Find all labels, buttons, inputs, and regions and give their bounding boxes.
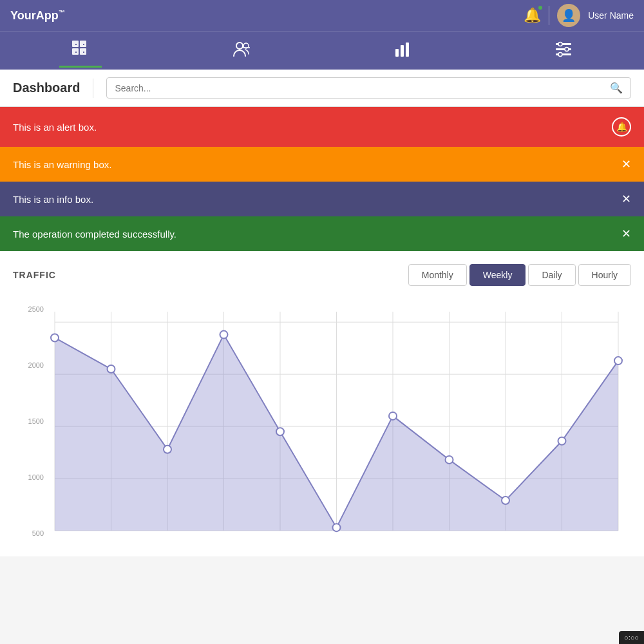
top-bar: YourApp™ 🔔 👤 User Name bbox=[0, 0, 644, 31]
dashboard-icon bbox=[71, 39, 90, 62]
nav-item-users[interactable] bbox=[206, 35, 277, 67]
settings-icon bbox=[554, 40, 573, 62]
alert-orange-text: This is an warning box. bbox=[13, 159, 111, 170]
traffic-header: TRAFFIC Monthly Weekly Daily Hourly bbox=[13, 264, 631, 286]
svg-rect-11 bbox=[395, 49, 399, 57]
y-label-2500: 2500 bbox=[13, 305, 44, 313]
user-name-label: User Name bbox=[588, 10, 634, 21]
tab-daily[interactable]: Daily bbox=[528, 264, 575, 286]
users-icon bbox=[232, 40, 251, 62]
alert-orange-box: This is an warning box. ✕ bbox=[0, 147, 644, 182]
alert-green-close[interactable]: ✕ bbox=[621, 227, 631, 241]
svg-point-8 bbox=[236, 43, 243, 49]
bottom-bar: ○:○○ bbox=[619, 631, 644, 644]
svg-rect-12 bbox=[401, 45, 404, 57]
svg-rect-3 bbox=[80, 48, 86, 55]
svg-point-44 bbox=[502, 497, 509, 504]
svg-point-40 bbox=[276, 428, 284, 435]
svg-rect-2 bbox=[72, 48, 79, 55]
svg-point-46 bbox=[614, 357, 622, 365]
app-title: YourApp™ bbox=[10, 9, 65, 23]
search-container: 🔍 bbox=[106, 77, 631, 99]
app-title-text: YourApp bbox=[10, 9, 59, 22]
tab-monthly[interactable]: Monthly bbox=[408, 264, 467, 286]
svg-rect-5 bbox=[83, 44, 84, 45]
svg-point-19 bbox=[558, 52, 562, 56]
y-label-2000: 2000 bbox=[13, 361, 44, 369]
alert-red-box: This is an alert box. 🔔 bbox=[0, 107, 644, 147]
svg-point-18 bbox=[565, 47, 569, 51]
notification-badge bbox=[537, 5, 544, 11]
tab-weekly[interactable]: Weekly bbox=[469, 264, 526, 286]
sub-header-divider bbox=[93, 79, 93, 98]
svg-rect-1 bbox=[80, 41, 86, 47]
alert-red-text: This is an alert box. bbox=[13, 122, 97, 133]
search-icon[interactable]: 🔍 bbox=[610, 82, 623, 94]
chart-container: 2500 2000 1500 1000 500 bbox=[13, 299, 631, 544]
svg-rect-6 bbox=[75, 52, 77, 53]
traffic-tabs: Monthly Weekly Daily Hourly bbox=[408, 264, 631, 286]
y-label-1500: 1500 bbox=[13, 417, 44, 425]
svg-rect-13 bbox=[406, 43, 409, 57]
svg-point-37 bbox=[108, 365, 115, 373]
notification-bell[interactable]: 🔔 bbox=[524, 7, 541, 24]
icon-nav bbox=[0, 31, 644, 70]
svg-point-17 bbox=[558, 42, 562, 46]
alert-green-text: The operation completed successfully. bbox=[13, 229, 176, 240]
nav-item-dashboard[interactable] bbox=[45, 34, 116, 68]
analytics-icon bbox=[393, 40, 412, 62]
traffic-section: TRAFFIC Monthly Weekly Daily Hourly 2500… bbox=[0, 251, 644, 556]
svg-rect-0 bbox=[72, 41, 79, 47]
svg-point-38 bbox=[164, 446, 171, 453]
alert-red-close[interactable]: 🔔 bbox=[612, 117, 631, 137]
svg-point-36 bbox=[51, 334, 59, 341]
chart-svg bbox=[48, 299, 631, 544]
page-title: Dashboard bbox=[13, 80, 80, 95]
bottom-bar-text: ○:○○ bbox=[624, 634, 639, 641]
svg-point-45 bbox=[558, 437, 566, 445]
y-label-1000: 1000 bbox=[13, 473, 44, 481]
avatar[interactable]: 👤 bbox=[557, 4, 580, 27]
alert-purple-box: This is an info box. ✕ bbox=[0, 182, 644, 216]
svg-point-42 bbox=[389, 412, 397, 420]
top-bar-right: 🔔 👤 User Name bbox=[524, 4, 634, 27]
nav-item-analytics[interactable] bbox=[367, 35, 438, 67]
svg-rect-7 bbox=[83, 52, 84, 53]
alert-purple-text: This is an info box. bbox=[13, 194, 93, 205]
alert-green-box: The operation completed successfully. ✕ bbox=[0, 216, 644, 251]
svg-point-43 bbox=[446, 456, 453, 464]
alert-purple-close[interactable]: ✕ bbox=[621, 192, 631, 206]
app-logo-area: YourApp™ bbox=[10, 9, 65, 23]
svg-point-39 bbox=[220, 331, 228, 339]
svg-point-41 bbox=[333, 524, 341, 531]
sub-header: Dashboard 🔍 bbox=[0, 70, 644, 107]
divider bbox=[549, 6, 549, 25]
tab-hourly[interactable]: Hourly bbox=[578, 264, 631, 286]
y-label-500: 500 bbox=[13, 529, 44, 537]
search-input[interactable] bbox=[115, 83, 610, 93]
y-axis-labels: 2500 2000 1500 1000 500 bbox=[13, 299, 44, 544]
alert-orange-close[interactable]: ✕ bbox=[621, 157, 631, 171]
traffic-title: TRAFFIC bbox=[13, 270, 56, 280]
app-title-sup: ™ bbox=[59, 9, 65, 16]
nav-item-settings[interactable] bbox=[528, 35, 599, 67]
svg-rect-4 bbox=[75, 44, 77, 45]
